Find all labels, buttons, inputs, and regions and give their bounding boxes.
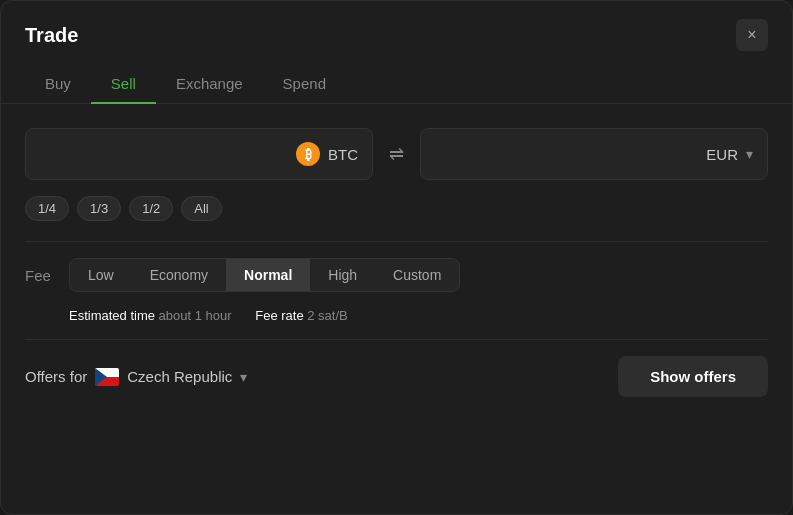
to-currency-select[interactable]: EUR ▾: [420, 128, 768, 180]
fee-row: Fee Low Economy Normal High Custom: [25, 258, 768, 292]
tab-sell[interactable]: Sell: [91, 65, 156, 104]
modal-body: ₿ BTC ⇌ EUR ▾ 1/4 1/3 1/2 All Fee Low Ec…: [1, 104, 792, 421]
swap-icon[interactable]: ⇌: [389, 143, 404, 165]
tab-exchange[interactable]: Exchange: [156, 65, 263, 104]
fraction-btn-quarter[interactable]: 1/4: [25, 196, 69, 221]
estimated-time-label: Estimated time: [69, 308, 159, 323]
fraction-btn-half[interactable]: 1/2: [129, 196, 173, 221]
trade-modal: Trade × Buy Sell Exchange Spend ₿ BTC ⇌ …: [0, 0, 793, 515]
offers-for: Offers for Czech Republic ▾: [25, 368, 247, 386]
from-currency-input[interactable]: ₿ BTC: [25, 128, 373, 180]
fee-options: Low Economy Normal High Custom: [69, 258, 460, 292]
tab-spend[interactable]: Spend: [263, 65, 346, 104]
fee-option-low[interactable]: Low: [70, 259, 132, 291]
close-button[interactable]: ×: [736, 19, 768, 51]
chevron-down-icon: ▾: [746, 146, 753, 162]
fraction-btn-third[interactable]: 1/3: [77, 196, 121, 221]
from-currency-label: BTC: [328, 146, 358, 163]
currency-row: ₿ BTC ⇌ EUR ▾: [25, 128, 768, 180]
czech-flag-icon: [95, 368, 119, 386]
to-currency-label: EUR: [706, 146, 738, 163]
fraction-row: 1/4 1/3 1/2 All: [25, 196, 768, 221]
fee-info: Estimated time about 1 hour Fee rate 2 s…: [25, 304, 768, 323]
estimated-time-value: about 1 hour: [159, 308, 236, 323]
divider-2: [25, 339, 768, 340]
fraction-btn-all[interactable]: All: [181, 196, 221, 221]
fee-rate-label: Fee rate: [255, 308, 307, 323]
fee-rate-value: 2 sat/B: [307, 308, 347, 323]
offers-row: Offers for Czech Republic ▾ Show offers: [25, 356, 768, 397]
btc-icon: ₿: [296, 142, 320, 166]
divider-1: [25, 241, 768, 242]
fee-label: Fee: [25, 267, 57, 284]
modal-title: Trade: [25, 24, 78, 47]
show-offers-button[interactable]: Show offers: [618, 356, 768, 397]
country-name: Czech Republic: [127, 368, 232, 385]
fee-option-normal[interactable]: Normal: [226, 259, 310, 291]
country-chevron-icon[interactable]: ▾: [240, 369, 247, 385]
fee-option-custom[interactable]: Custom: [375, 259, 459, 291]
modal-header: Trade ×: [1, 1, 792, 65]
tab-bar: Buy Sell Exchange Spend: [1, 65, 792, 104]
fee-option-high[interactable]: High: [310, 259, 375, 291]
fee-option-economy[interactable]: Economy: [132, 259, 226, 291]
offers-for-label: Offers for: [25, 368, 87, 385]
tab-buy[interactable]: Buy: [25, 65, 91, 104]
